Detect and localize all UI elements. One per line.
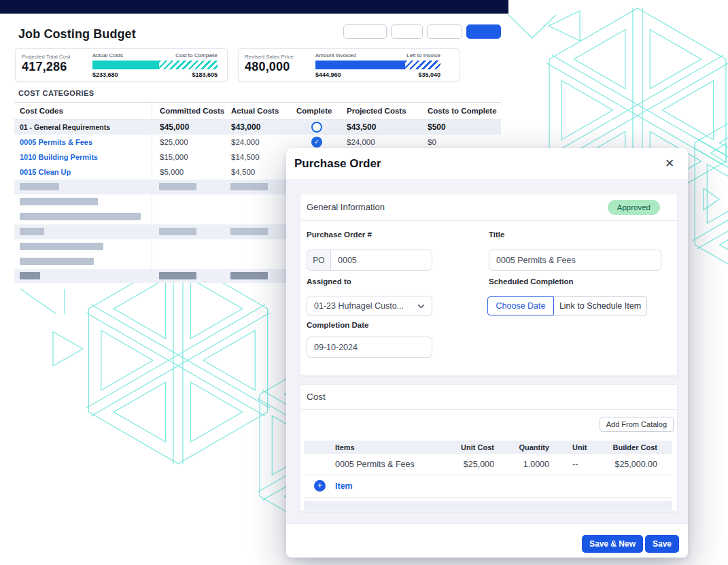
cost-code-link[interactable]: 1010 Building Permits xyxy=(20,150,98,165)
to-complete-value: $500 xyxy=(428,120,446,135)
skeleton-bar xyxy=(20,183,59,190)
item-quantity: 1.0000 xyxy=(494,454,549,475)
item-name: 0005 Permits & Fees xyxy=(335,454,415,475)
projected-cost-card: Projected Total Cost 417,286 Actual Cost… xyxy=(15,48,228,82)
general-information-section: General Information Approved Purchase Or… xyxy=(300,194,678,376)
cost-categories-label: COST CATEGORIES xyxy=(18,89,94,97)
bar-left-label: Actual Costs xyxy=(92,52,123,58)
complete-toggle-unchecked[interactable] xyxy=(311,122,322,133)
modal-title: Purchase Order xyxy=(294,148,381,179)
save-and-new-button[interactable]: Save & New xyxy=(582,535,643,553)
item-unit-cost: $25,000 xyxy=(426,454,494,475)
actual-value: $24,000 xyxy=(231,135,260,150)
po-number-input[interactable] xyxy=(331,250,432,270)
skeleton-bar xyxy=(20,198,98,205)
col-complete: Complete xyxy=(296,107,332,115)
col-items: Items xyxy=(335,443,355,451)
skeleton-bar xyxy=(159,228,196,235)
skeleton-bar xyxy=(230,272,268,279)
item-builder-cost: $25,000.00 xyxy=(583,454,657,475)
table-row: 01 - General Requirements $45,000 $43,00… xyxy=(14,120,501,135)
progress-hatch xyxy=(405,61,440,69)
page: Job Costing Budget Projected Total Cost … xyxy=(0,0,728,565)
skeleton-bar xyxy=(20,258,94,265)
skeleton-bar xyxy=(20,272,40,279)
toolbar-button-3[interactable] xyxy=(427,24,462,39)
projected-value: $24,000 xyxy=(347,135,375,150)
divider xyxy=(300,409,677,410)
assigned-to-label: Assigned to xyxy=(307,277,351,286)
card-label: Revised Sales Price xyxy=(245,54,294,60)
skeleton-bar xyxy=(230,183,268,190)
section-heading: General Information xyxy=(307,194,385,220)
invoice-progress: Amount Invoiced Left to Invoice $444,960… xyxy=(315,52,440,78)
progress-bar xyxy=(92,61,218,69)
col-builder-cost: Builder Cost xyxy=(583,443,657,451)
save-button[interactable]: Save xyxy=(645,535,679,553)
bar-left-amount: $444,960 xyxy=(315,71,341,78)
bar-right-amount: $183,605 xyxy=(192,71,218,78)
col-committed-costs: Committed Costs xyxy=(160,107,224,115)
cost-code-link[interactable]: 0015 Clean Up xyxy=(20,165,71,179)
toolbar-button-2[interactable] xyxy=(391,24,423,39)
title-label: Title xyxy=(489,230,504,239)
col-costs-to-complete: Costs to Complete xyxy=(428,107,497,115)
completion-date-label: Completion Date xyxy=(307,321,368,329)
add-item-button[interactable]: + Item xyxy=(304,475,672,498)
completion-date-input[interactable] xyxy=(307,337,432,358)
assigned-to-value: 01-23 Hufnagel Custo... xyxy=(314,301,404,311)
col-quantity: Quantity xyxy=(494,443,549,451)
scheduled-completion-label: Scheduled Completion xyxy=(489,277,574,286)
item-row: 0005 Permits & Fees $25,000 1.0000 -- $2… xyxy=(304,454,672,475)
card-value: 480,000 xyxy=(245,60,290,74)
items-table-header: Items Unit Cost Quantity Unit Builder Co… xyxy=(304,441,672,454)
progress-bar xyxy=(315,61,440,69)
committed-value: $5,000 xyxy=(160,165,184,179)
status-badge: Approved xyxy=(608,200,660,215)
bar-left-label: Amount Invoiced xyxy=(315,52,356,58)
progress-hatch xyxy=(159,61,218,69)
assigned-to-select[interactable]: 01-23 Hufnagel Custo... xyxy=(307,296,432,316)
top-navy-bar xyxy=(0,0,508,14)
close-icon[interactable]: ✕ xyxy=(662,156,677,171)
modal-footer: Save & New Save xyxy=(286,524,688,558)
add-from-catalog-button[interactable]: Add From Catalog xyxy=(600,417,674,432)
add-item-label: Item xyxy=(335,475,353,497)
skeleton-bar xyxy=(159,183,196,190)
po-prefix: PO xyxy=(307,250,331,270)
committed-value: $25,000 xyxy=(160,135,188,150)
po-number-field: PO xyxy=(307,250,432,271)
projected-value: $43,500 xyxy=(347,120,376,135)
actual-value: $4,500 xyxy=(231,165,255,179)
actual-value: $14,500 xyxy=(231,150,260,165)
bar-right-label: Left to Invoice xyxy=(406,52,440,58)
title-input[interactable] xyxy=(489,250,661,271)
committed-value: $45,000 xyxy=(160,120,189,135)
toolbar-primary-button[interactable] xyxy=(466,24,501,39)
cost-code-link[interactable]: 0005 Permits & Fees xyxy=(20,135,92,150)
choose-date-button[interactable]: Choose Date xyxy=(487,296,554,315)
skeleton-bar xyxy=(20,228,44,235)
skeleton-bar xyxy=(159,272,196,279)
items-table-footer-strip xyxy=(304,501,672,511)
complete-toggle-checked[interactable]: ✓ xyxy=(311,137,322,148)
plus-icon: + xyxy=(314,480,326,492)
cost-progress: Actual Costs Cost to Complete $233,680 $… xyxy=(92,52,218,78)
skeleton-bar xyxy=(20,213,141,220)
bar-right-amount: $35,040 xyxy=(418,71,440,78)
section-heading: Cost xyxy=(307,385,326,409)
modal-header: Purchase Order ✕ xyxy=(286,148,688,179)
toolbar-button-1[interactable] xyxy=(343,24,387,39)
link-to-schedule-item-button[interactable]: Link to Schedule Item xyxy=(553,296,647,315)
purchase-order-dialog: Purchase Order ✕ General Information App… xyxy=(286,148,688,558)
col-cost-codes: Cost Codes xyxy=(20,107,63,115)
bar-left-amount: $233,680 xyxy=(92,71,118,78)
card-value: 417,286 xyxy=(22,60,67,74)
committed-value: $15,000 xyxy=(160,150,188,165)
page-title: Job Costing Budget xyxy=(18,27,136,41)
card-label: Projected Total Cost xyxy=(22,54,70,60)
col-actual-costs: Actual Costs xyxy=(231,107,279,115)
chevron-down-icon xyxy=(417,304,425,309)
sales-price-card: Revised Sales Price 480,000 Amount Invoi… xyxy=(238,48,460,82)
table-row: 0005 Permits & Fees $25,000 $24,000 ✓ $2… xyxy=(14,135,501,150)
